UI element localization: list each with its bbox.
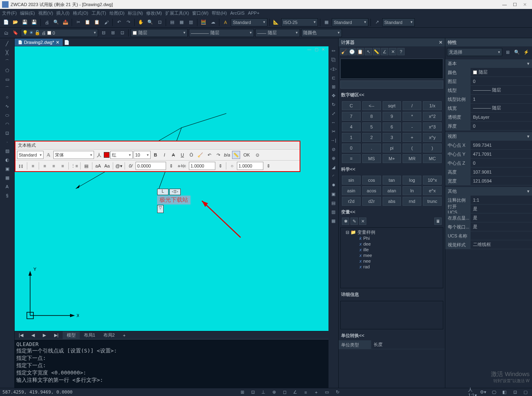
quick-select-icon[interactable]: 🔍 [513, 48, 521, 56]
te-width-icon[interactable]: ○ [228, 162, 236, 170]
prop-value[interactable]: ———— 随层 [471, 104, 532, 113]
trim-icon[interactable]: ✂ [330, 128, 337, 135]
sci-key[interactable]: acos [362, 186, 381, 195]
te-align-center-icon[interactable]: ≡ [50, 162, 58, 170]
close-button[interactable]: ✕ [523, 2, 527, 7]
layer-tool-3-icon[interactable]: ⊡ [118, 29, 126, 37]
layer-manager-icon[interactable]: 🗂 [2, 29, 10, 37]
sci-key[interactable]: d2r [362, 197, 381, 206]
copy-icon[interactable]: 📋 [83, 18, 92, 26]
te-strike-button[interactable]: A [169, 151, 177, 159]
calc-dist-icon[interactable]: 📏 [373, 48, 380, 55]
line-icon[interactable]: ╱ [4, 40, 11, 47]
calc-key[interactable]: 1 [342, 133, 361, 142]
variable-item[interactable]: xille [344, 247, 440, 252]
layout1-tab[interactable]: 布局1 [80, 331, 99, 339]
erase-icon[interactable]: ✏ [330, 47, 337, 54]
arc-icon[interactable]: ⌒ [4, 85, 11, 92]
menu-item[interactable]: 编辑(E) [20, 10, 35, 16]
dim-style-select[interactable]: ISO-25 [281, 18, 318, 26]
calc-key[interactable]: / [403, 101, 421, 110]
draworder3-icon[interactable]: ▥ [330, 208, 337, 215]
calc-key[interactable]: x^y [423, 133, 442, 142]
sci-key[interactable]: 10^x [423, 176, 442, 185]
prop-value[interactable]: 0 [471, 159, 532, 168]
menu-item[interactable]: 工具(T) [92, 10, 106, 16]
calc-hist-icon[interactable]: 🕘 [348, 48, 356, 55]
te-annotative-icon[interactable]: 人 [95, 151, 103, 159]
var-del-icon[interactable]: ✕ [359, 218, 366, 225]
calc-key[interactable]: MS [362, 154, 381, 163]
layer-tool-1-icon[interactable]: ⊟ [99, 29, 107, 37]
snap-toggle[interactable]: ⊞ [238, 388, 246, 396]
variable-item[interactable]: xdee [344, 241, 440, 247]
hatch-icon[interactable]: ▨ [4, 147, 11, 154]
layer-state-icon[interactable]: 🔖 [11, 29, 20, 37]
extend-icon[interactable]: →| [330, 137, 337, 144]
leader-width-handle[interactable]: ◁▷ [169, 189, 181, 195]
monitor-icon[interactable]: 🖵 [490, 388, 498, 396]
te-columns-icon[interactable]: ⫿⫿ [17, 162, 25, 170]
maximize-button[interactable]: ☐ [513, 2, 517, 7]
layout2-tab[interactable]: 布局2 [99, 331, 119, 339]
layout-nav-prev[interactable]: ◀ [27, 332, 39, 339]
menu-item[interactable]: 绘图(D) [109, 10, 125, 16]
model-toggle[interactable]: ▭ [323, 388, 331, 396]
prop-value[interactable]: 1:1 [471, 196, 532, 205]
unit-type-value[interactable]: 长度 [371, 340, 445, 349]
te-width-input[interactable] [237, 162, 263, 170]
gradient-icon[interactable]: ◐ [4, 156, 11, 163]
te-track-icon[interactable]: a-b|c [176, 162, 188, 170]
text-style-select[interactable]: Standard [231, 18, 267, 26]
match-icon[interactable]: 🖌 [102, 18, 110, 26]
draworder4-icon[interactable]: ▦ [330, 217, 337, 224]
prop-group-header[interactable]: 基本▾ [445, 59, 532, 68]
plot-icon[interactable]: 🖨 [43, 18, 51, 26]
draworder-icon[interactable]: ▣ [330, 190, 337, 198]
mleader-style-icon[interactable]: ↗ [373, 18, 381, 26]
te-underline-button[interactable]: U [178, 151, 186, 159]
add-layout-tab[interactable]: + [119, 332, 129, 339]
sci-key[interactable]: r2d [342, 197, 361, 206]
dyn-toggle[interactable]: + [312, 388, 320, 396]
var-edit-icon[interactable]: ✎ [350, 218, 358, 225]
calc-key[interactable]: M+ [383, 154, 401, 163]
te-field-icon[interactable]: ▤ [82, 162, 90, 170]
plotcolor-select[interactable]: 随颜色 [301, 29, 342, 37]
te-clear-button[interactable]: 🧹 [196, 151, 204, 159]
undo-icon[interactable]: ↶ [115, 18, 123, 26]
new-tab-icon[interactable]: 📄 [63, 38, 71, 46]
variable-tree[interactable]: ⊟ 📁 变量样例 kPhixdeexillexmeexneexrad [340, 227, 443, 288]
region-icon[interactable]: ▣ [4, 165, 11, 172]
color-select[interactable]: 随层 [131, 29, 188, 37]
te-size-select[interactable]: 10 [134, 151, 151, 159]
layout-nav-last[interactable]: ▶| [50, 332, 63, 339]
leader-l-handle[interactable]: L [157, 189, 169, 195]
block-icon[interactable]: ⊡ [4, 129, 11, 137]
join-icon[interactable]: ⊕ [330, 154, 337, 162]
calc-input-field[interactable] [340, 81, 443, 89]
calc-key[interactable]: 5 [362, 122, 381, 131]
command-window[interactable]: QLEADER 指定第一个引线点或 [设置(S)] <设置>: 指定下一点: 指… [15, 339, 328, 388]
te-bullets-icon[interactable]: ⋮≡ [70, 162, 79, 170]
te-italic-button[interactable]: I [160, 151, 169, 159]
te-stack-button[interactable]: b/a [223, 151, 231, 159]
rotate-icon[interactable]: ↻ [330, 101, 337, 108]
props-icon[interactable]: ▤ [168, 18, 176, 26]
mleader-style-select[interactable]: Standard [382, 18, 415, 26]
pick-add-icon[interactable]: ⊞ [504, 48, 512, 56]
leader-text-content[interactable]: 极光下载站 [157, 196, 190, 205]
doc-min-icon[interactable]: — [307, 46, 312, 52]
mtext-icon[interactable]: A [4, 183, 11, 190]
menu-item[interactable]: 扩展工具(X) [165, 10, 189, 16]
document-tab[interactable]: 📄 Drawing2.dwg* ✕ [15, 39, 63, 46]
prop-group-header[interactable]: 视图▾ [445, 132, 532, 141]
ortho-toggle[interactable]: ⊥ [259, 388, 267, 396]
drawing-canvas[interactable]: — ▢ ✕ 文本格式 Standard 𝔸 宋体 人 [15, 46, 328, 331]
paste-icon[interactable]: 📋 [93, 18, 101, 26]
table-style-icon[interactable]: ▦ [322, 18, 331, 26]
fillet-icon[interactable]: ◜ [330, 172, 337, 180]
leader-height-handle[interactable]: ▽ [157, 205, 164, 213]
sci-key[interactable]: tan [383, 176, 401, 185]
sci-key[interactable]: atan [383, 186, 401, 195]
